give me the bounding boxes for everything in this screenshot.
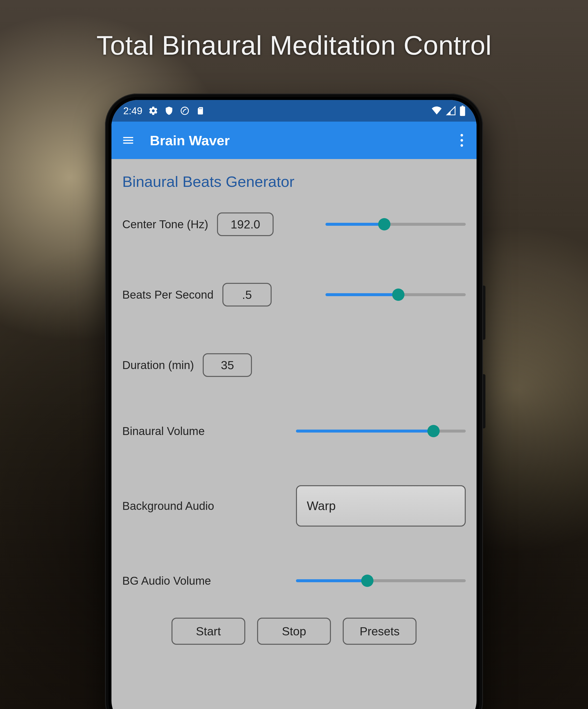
phone-frame: 2:49 <box>105 94 483 709</box>
promo-title: Total Binaural Meditation Control <box>0 30 588 61</box>
svg-point-1 <box>460 134 463 136</box>
svg-point-0 <box>181 107 189 114</box>
svg-point-2 <box>460 139 463 141</box>
section-title: Binaural Beats Generator <box>122 173 466 190</box>
wifi-icon <box>431 106 443 116</box>
battery-icon <box>459 106 466 116</box>
overflow-icon[interactable] <box>456 132 468 148</box>
bg-audio-select[interactable]: Warp <box>296 485 466 527</box>
binaural-volume-slider[interactable] <box>296 424 466 439</box>
phone-screen: 2:49 <box>111 100 477 709</box>
bg-volume-label: BG Audio Volume <box>122 574 211 587</box>
bg-volume-row: BG Audio Volume <box>122 573 466 588</box>
app-title: Brain Waver <box>150 132 230 149</box>
stop-button[interactable]: Stop <box>257 618 331 645</box>
bg-volume-slider[interactable] <box>296 573 466 588</box>
menu-icon[interactable] <box>120 132 136 148</box>
bg-audio-row: Background Audio Warp <box>122 485 466 527</box>
shield-icon <box>164 106 174 116</box>
bps-input[interactable] <box>222 283 272 307</box>
presets-button[interactable]: Presets <box>343 618 417 645</box>
center-tone-row: Center Tone (Hz) <box>122 212 466 236</box>
signal-icon <box>446 106 456 116</box>
no-sim-icon <box>180 106 190 116</box>
center-tone-input[interactable] <box>217 212 274 236</box>
binaural-volume-row: Binaural Volume <box>122 424 466 439</box>
duration-row: Duration (min) <box>122 353 466 377</box>
duration-input[interactable] <box>203 353 252 377</box>
status-time: 2:49 <box>123 105 142 116</box>
bps-label: Beats Per Second <box>122 288 214 301</box>
center-tone-slider[interactable] <box>326 217 466 232</box>
binaural-volume-label: Binaural Volume <box>122 424 205 438</box>
action-button-row: Start Stop Presets <box>122 618 466 645</box>
duration-label: Duration (min) <box>122 359 194 372</box>
content-area: Binaural Beats Generator Center Tone (Hz… <box>111 159 477 645</box>
center-tone-label: Center Tone (Hz) <box>122 218 208 231</box>
bps-slider[interactable] <box>326 287 466 302</box>
status-bar: 2:49 <box>111 100 477 122</box>
sd-card-icon <box>196 106 204 116</box>
svg-point-3 <box>460 144 463 147</box>
bg-audio-label: Background Audio <box>122 499 214 513</box>
settings-icon <box>148 106 158 116</box>
start-button[interactable]: Start <box>171 618 245 645</box>
app-bar: Brain Waver <box>111 122 477 159</box>
bps-row: Beats Per Second <box>122 283 466 307</box>
bg-audio-value: Warp <box>307 499 336 513</box>
